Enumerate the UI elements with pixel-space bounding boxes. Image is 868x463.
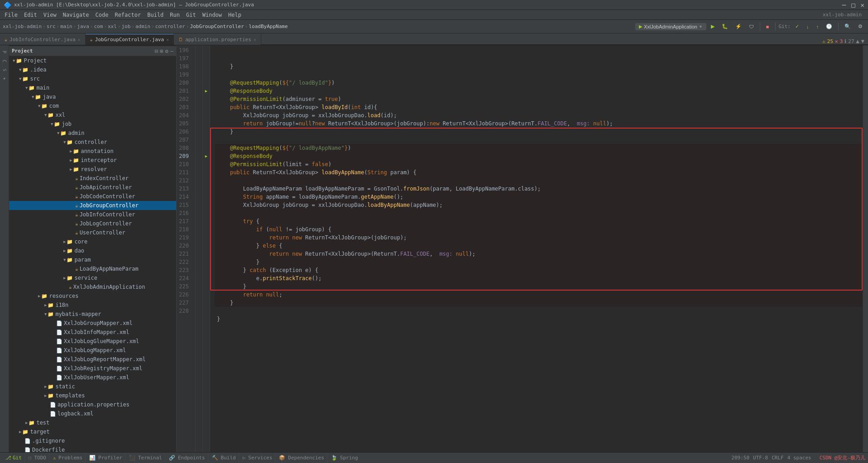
menu-git[interactable]: Git bbox=[183, 11, 199, 19]
minimize-button[interactable]: ─ bbox=[842, 1, 846, 9]
breadcrumb-jobgroupcontroller[interactable]: JobGroupController bbox=[190, 24, 244, 29]
settings-button[interactable]: ⚙ bbox=[855, 23, 865, 30]
tree-item-23[interactable]: ▼📁param bbox=[9, 255, 176, 264]
tree-item-31[interactable]: 📄XxlJobInfoMapper.xml bbox=[9, 328, 176, 337]
breadcrumb-src[interactable]: src bbox=[47, 24, 56, 29]
tree-item-17[interactable]: ☕JobGroupController bbox=[9, 201, 176, 210]
settings-tree-button[interactable]: ⚙ bbox=[165, 48, 168, 54]
tree-item-39[interactable]: 📄application.properties bbox=[9, 400, 176, 409]
search-everywhere[interactable]: 🔍 bbox=[842, 23, 854, 30]
breadcrumb-com[interactable]: com bbox=[94, 24, 103, 29]
profile-button[interactable]: ⚡ bbox=[733, 23, 744, 30]
menu-view[interactable]: View bbox=[41, 11, 59, 19]
breadcrumb-admin[interactable]: admin bbox=[135, 24, 150, 29]
tree-item-29[interactable]: ▼📁mybatis-mapper bbox=[9, 310, 176, 319]
problems-item[interactable]: ⚠ Problems bbox=[50, 453, 86, 463]
tree-item-3[interactable]: ▼📁src bbox=[9, 74, 176, 83]
tree-item-32[interactable]: 📄XxlJobLogGlueMapper.xml bbox=[9, 337, 176, 346]
tab-jobinfocontroller[interactable]: ☕ JobInfoController.java ✕ bbox=[0, 34, 86, 45]
menu-window[interactable]: Window bbox=[200, 11, 225, 19]
tab-applicationprops[interactable]: 🗒 application.properties ✕ bbox=[174, 34, 261, 45]
tree-item-7[interactable]: ▼📁xxl bbox=[9, 110, 176, 119]
terminal-item[interactable]: ⬛ Terminal bbox=[126, 453, 165, 463]
menu-refactor[interactable]: Refactor bbox=[112, 11, 144, 19]
tree-item-36[interactable]: 📄XxlJobUserMapper.xml bbox=[9, 373, 176, 382]
tree-item-11[interactable]: ▶📁annotation bbox=[9, 147, 176, 156]
breadcrumb-java[interactable]: java bbox=[77, 24, 89, 29]
tree-item-34[interactable]: 📄XxlJobLogReportMapper.xml bbox=[9, 355, 176, 364]
expand-button[interactable]: ⊞ bbox=[160, 48, 163, 54]
tree-item-15[interactable]: ☕JobApiController bbox=[9, 183, 176, 192]
run-indicator-209[interactable]: ▶ bbox=[203, 152, 210, 160]
tree-item-38[interactable]: ▶📁templates bbox=[9, 391, 176, 400]
structure-panel-icon[interactable]: S bbox=[1, 67, 8, 73]
stop-button[interactable]: ■ bbox=[763, 23, 772, 30]
tree-item-35[interactable]: 📄XxlJobRegistryMapper.xml bbox=[9, 364, 176, 373]
tree-item-14[interactable]: ☕IndexController bbox=[9, 174, 176, 183]
tab-close-appprops[interactable]: ✕ bbox=[254, 37, 256, 42]
git-status-item[interactable]: ⎇ Git bbox=[3, 453, 25, 463]
endpoints-item[interactable]: 🔗 Endpoints bbox=[166, 453, 208, 463]
tree-item-24[interactable]: ☕LoadByAppNameParam bbox=[9, 264, 176, 273]
tree-item-28[interactable]: ▶📁i18n bbox=[9, 301, 176, 310]
tree-item-22[interactable]: ▶📁dao bbox=[9, 246, 176, 255]
tab-jobgroupcontroller[interactable]: ☕ JobGroupController.java ✕ bbox=[86, 34, 174, 45]
tree-item-1[interactable]: ▼📁Project bbox=[9, 56, 176, 65]
run-button[interactable]: ▶ bbox=[708, 23, 717, 30]
project-panel-icon[interactable]: P bbox=[1, 49, 8, 55]
tree-item-30[interactable]: 📄XxlJobGroupMapper.xml bbox=[9, 319, 176, 328]
editor-area[interactable]: 1961971981992002012022032042052062072082… bbox=[177, 45, 863, 452]
menu-code[interactable]: Code bbox=[93, 11, 111, 19]
tree-item-40[interactable]: 📄logback.xml bbox=[9, 409, 176, 418]
debug-button[interactable]: 🐛 bbox=[719, 23, 731, 30]
spring-item[interactable]: 🍃 Spring bbox=[328, 453, 361, 463]
coverage-button[interactable]: 🛡 bbox=[746, 23, 757, 30]
close-button[interactable]: ✕ bbox=[861, 1, 864, 9]
tree-item-43[interactable]: 📄.gitignore bbox=[9, 436, 176, 445]
git-push[interactable]: ↑ bbox=[814, 23, 822, 30]
menu-file[interactable]: File bbox=[2, 11, 20, 19]
indent-indicator[interactable]: 4 spaces bbox=[787, 455, 811, 461]
tree-item-41[interactable]: ▶📁test bbox=[9, 418, 176, 427]
menu-build[interactable]: Build bbox=[144, 11, 166, 19]
commit-panel-icon[interactable]: C bbox=[1, 58, 8, 64]
git-check[interactable]: ✓ bbox=[792, 23, 802, 30]
close-tree-button[interactable]: — bbox=[170, 48, 173, 54]
tree-item-33[interactable]: 📄XxlJobLogMapper.xml bbox=[9, 346, 176, 355]
tree-item-9[interactable]: ▼📁admin bbox=[9, 129, 176, 138]
tree-item-13[interactable]: ▶📁resolver bbox=[9, 165, 176, 174]
tree-item-19[interactable]: ☕JobLogController bbox=[9, 219, 176, 228]
git-update[interactable]: ↓ bbox=[804, 23, 812, 30]
favorites-icon[interactable]: ★ bbox=[3, 76, 5, 81]
breadcrumb-loadbyappname[interactable]: loadByAppName bbox=[249, 24, 288, 29]
breadcrumb-root[interactable]: xxl-job-admin bbox=[3, 24, 42, 29]
tree-item-10[interactable]: ▼📁controller bbox=[9, 138, 176, 147]
run-indicator-201[interactable]: ▶ bbox=[203, 87, 210, 95]
tab-close-jobinfo[interactable]: ✕ bbox=[78, 37, 81, 42]
services-item[interactable]: ▷ Services bbox=[240, 453, 276, 463]
menu-edit[interactable]: Edit bbox=[21, 11, 40, 19]
tree-item-21[interactable]: ▶📁core bbox=[9, 237, 176, 246]
todo-item[interactable]: ☐ TODO bbox=[26, 453, 49, 463]
encoding-indicator[interactable]: UTF-8 bbox=[753, 455, 768, 461]
tree-item-42[interactable]: ▶📁target bbox=[9, 427, 176, 436]
tree-item-4[interactable]: ▼📁main bbox=[9, 83, 176, 92]
breadcrumb-controller[interactable]: controller bbox=[155, 24, 185, 29]
tree-item-8[interactable]: ▼📁job bbox=[9, 119, 176, 129]
breadcrumb-main[interactable]: main bbox=[60, 24, 72, 29]
scroll-up[interactable]: ▲ bbox=[856, 38, 859, 44]
tree-item-44[interactable]: 📄Dockerfile bbox=[9, 445, 176, 452]
tree-item-26[interactable]: ☕XxlJobAdminApplication bbox=[9, 282, 176, 291]
tree-item-27[interactable]: ▶📁resources bbox=[9, 291, 176, 301]
tree-item-25[interactable]: ▶📁service bbox=[9, 273, 176, 282]
breadcrumb-job[interactable]: job bbox=[121, 24, 130, 29]
maximize-button[interactable]: □ bbox=[851, 1, 855, 9]
tree-item-16[interactable]: ☕JobCodeController bbox=[9, 192, 176, 201]
menu-navigate[interactable]: Navigate bbox=[60, 11, 92, 19]
scroll-down[interactable]: ▼ bbox=[861, 38, 864, 44]
code-area[interactable]: } @RequestMapping(${"/ loadById"}) @Resp… bbox=[210, 45, 863, 452]
menu-help[interactable]: Help bbox=[225, 11, 244, 19]
build-item[interactable]: 🔨 Build bbox=[209, 453, 239, 463]
run-config-dropdown[interactable]: ▶ XxlJobAdminApplication ▼ bbox=[635, 23, 706, 30]
tree-item-5[interactable]: ▼📁java bbox=[9, 92, 176, 101]
